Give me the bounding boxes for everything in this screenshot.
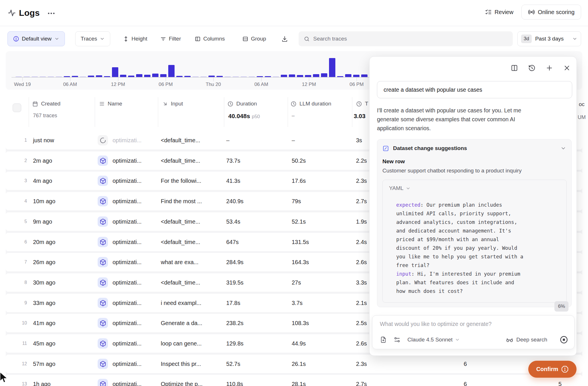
- trace-row[interactable]: 1257m agooptimizati...Inspect this pr...…: [6, 355, 582, 373]
- clock-icon: [227, 101, 233, 107]
- column-header-llm-duration[interactable]: LLM duration: [291, 101, 331, 107]
- yaml-preview: YAML expected: Our premium plan includes…: [382, 180, 567, 303]
- column-header-duration[interactable]: Duration: [227, 101, 257, 107]
- columns-icon: [195, 36, 201, 42]
- user-prompt-box: [377, 81, 572, 98]
- export-button[interactable]: [281, 31, 288, 46]
- column-header-input[interactable]: Input: [162, 101, 183, 107]
- axis-tick: [118, 78, 118, 81]
- name-cell: optimizati...: [113, 334, 142, 353]
- change-type-label: New row: [382, 158, 405, 165]
- trace-count: 767 traces: [33, 113, 57, 119]
- yaml-line: unlimited API calls, priority support,: [396, 209, 562, 218]
- row-number: 1: [14, 131, 27, 149]
- column-header-ttft[interactable]: T: [356, 101, 368, 107]
- chevron-down-icon: [54, 36, 59, 41]
- progress-badge: 6%: [554, 301, 568, 312]
- duration-p50: 40.048sp50: [228, 113, 260, 120]
- axis-tick: [22, 78, 23, 81]
- row-number: 12: [14, 355, 27, 373]
- plus-icon[interactable]: [546, 64, 553, 72]
- history-icon[interactable]: [528, 64, 536, 72]
- filter-icon: [160, 36, 166, 42]
- chat-input[interactable]: [380, 321, 566, 327]
- duration-cell: 17.8s: [226, 294, 240, 312]
- suggestions-accordion-header[interactable]: Dataset change suggestions: [382, 144, 566, 153]
- histogram-bar: [313, 74, 319, 77]
- row-number: 9: [14, 294, 27, 312]
- duration-cell: 41.3s: [226, 172, 240, 190]
- ttft-cell: 2.6s: [356, 334, 367, 353]
- llm-duration-cell: 79s: [292, 192, 301, 210]
- close-icon[interactable]: [563, 64, 571, 72]
- name-cell: optimizati...: [113, 212, 142, 231]
- view-selector[interactable]: Default view: [7, 31, 65, 46]
- columns-button[interactable]: Columns: [195, 31, 225, 46]
- trace-type-box-icon: [98, 155, 108, 166]
- axis-tick: [166, 78, 166, 81]
- histogram-bar: [345, 74, 351, 77]
- trace-type-box-icon: [98, 216, 108, 227]
- user-prompt-input[interactable]: [384, 87, 566, 93]
- assistant-response-line: application scenarios.: [377, 124, 566, 133]
- name-cell: optimizati...: [113, 192, 142, 210]
- created-cell: 10m ago: [33, 192, 55, 210]
- yaml-line: advanced analytics, custom integrations,: [396, 218, 562, 226]
- date-range-selector[interactable]: 3d Past 3 days: [517, 31, 581, 46]
- ttft-cell: 3s: [356, 131, 362, 149]
- ttft-cell: 2.6s: [356, 253, 367, 271]
- column-header-created[interactable]: Created: [32, 101, 61, 107]
- sliders-icon[interactable]: [394, 336, 401, 343]
- deep-search-toggle[interactable]: Deep search: [506, 336, 547, 343]
- confirm-button[interactable]: Confirm: [528, 361, 577, 378]
- llm-duration-cell: 164.3s: [292, 253, 309, 271]
- assistant-chat-card: Claude 4.5 Sonnet Deep search: [372, 315, 575, 349]
- search-icon: [304, 36, 310, 42]
- review-button[interactable]: Review: [485, 9, 514, 16]
- name-cell: optimizati...: [113, 131, 142, 149]
- ttft-cell: 2.5s: [356, 314, 367, 332]
- object-type-selector[interactable]: Traces: [75, 31, 110, 46]
- trace-type-box-icon: [98, 257, 108, 267]
- duration-cell: 129.8s: [226, 334, 243, 353]
- input-cell: Find the most ...: [161, 192, 202, 210]
- rows-icon: [242, 36, 248, 42]
- model-selector[interactable]: Claude 4.5 Sonnet: [407, 337, 460, 343]
- online-scoring-button[interactable]: Online scoring: [521, 5, 581, 20]
- row-number: 11: [14, 334, 27, 353]
- file-plus-icon[interactable]: [380, 336, 387, 343]
- filter-button[interactable]: Filter: [160, 31, 181, 46]
- chevron-down-icon: [455, 337, 460, 342]
- name-cell: optimizati...: [113, 233, 142, 251]
- input-cell: <default_time...: [161, 212, 200, 231]
- split-panel-icon[interactable]: [510, 64, 518, 72]
- name-cell: optimizati...: [113, 294, 142, 312]
- select-all-checkbox[interactable]: [13, 103, 21, 112]
- trace-type-box-icon: [98, 237, 108, 247]
- duration-cell: 52.7s: [226, 355, 240, 373]
- created-cell: 26m ago: [33, 253, 55, 271]
- created-cell: 57m ago: [33, 355, 55, 373]
- name-cell: optimizati...: [113, 253, 142, 271]
- more-options-button[interactable]: [45, 9, 57, 18]
- column-header-name[interactable]: Name: [99, 101, 122, 107]
- change-description: Customer support chatbot responding to a…: [382, 168, 522, 174]
- search-input[interactable]: [313, 36, 508, 42]
- octagon-alert-icon: [561, 366, 568, 373]
- page-title: Logs: [19, 8, 40, 18]
- ttft-cell: 2.7s: [356, 192, 367, 210]
- spinner-icon: [98, 135, 108, 145]
- radio-icon: [528, 9, 535, 16]
- trace-row[interactable]: 131h agooptimizati...Optimize the p...11…: [6, 375, 582, 386]
- row-number: 6: [14, 233, 27, 251]
- code-language-selector[interactable]: YAML: [389, 185, 411, 191]
- yaml-line: and dedicated account management. It's: [396, 226, 562, 235]
- row-height-button[interactable]: Height: [123, 31, 147, 46]
- histogram-bar: [361, 74, 368, 77]
- stop-circle-icon[interactable]: [559, 335, 568, 344]
- group-button[interactable]: Group: [242, 31, 266, 46]
- ttft-cell: 2.1s: [356, 294, 367, 312]
- duration-cell: 238.2s: [226, 314, 243, 332]
- histogram-bar: [144, 75, 150, 77]
- trace-type-box-icon: [98, 196, 108, 206]
